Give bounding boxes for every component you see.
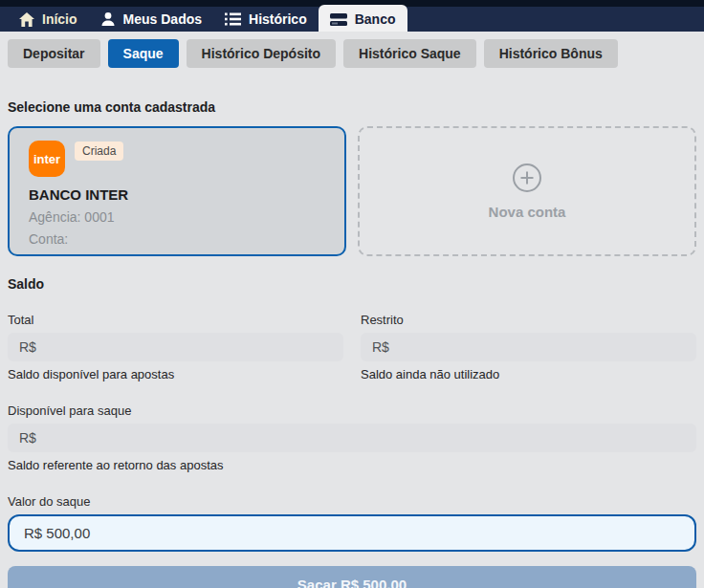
nav-item-meus-dados[interactable]: Meus Dados [89,7,213,32]
bank-name: BANCO INTER [29,186,325,203]
balance-fields-row: Total Saldo disponível para apostas Rest… [8,313,696,381]
tab-historico-saque[interactable]: Histórico Saque [343,39,476,68]
tab-saque[interactable]: Saque [108,39,179,68]
withdraw-amount-input[interactable] [8,514,696,552]
tab-depositar[interactable]: Depositar [8,39,100,68]
total-field-group: Total Saldo disponível para apostas [8,313,343,381]
total-helper: Saldo disponível para apostas [8,367,343,381]
nav-item-inicio[interactable]: Início [8,7,89,32]
available-field-group: Disponível para saque Saldo referente ao… [8,403,696,472]
available-helper: Saldo referente ao retorno das apostas [8,458,696,472]
nav-label: Meus Dados [123,11,202,27]
restricted-helper: Saldo ainda não utilizado [361,367,696,381]
new-account-card[interactable]: Nova conta [358,126,696,256]
accounts-heading: Selecione uma conta cadastrada [8,99,696,115]
saque-panel: Selecione uma conta cadastrada inter Cri… [0,99,704,588]
bank-agency: Agência: 0001 [29,209,325,225]
nav-item-historico[interactable]: Histórico [213,7,319,32]
nav-label: Histórico [249,11,307,27]
inter-bank-logo: inter [29,141,65,177]
home-icon [19,12,34,27]
total-label: Total [8,313,343,327]
tab-historico-bonus[interactable]: Histórico Bônus [484,39,618,68]
tab-historico-deposito[interactable]: Histórico Depósito [187,39,336,68]
nav-label: Início [42,11,77,27]
balance-heading: Saldo [8,276,696,292]
credit-card-icon [330,13,347,26]
available-input[interactable] [8,424,696,452]
account-cards-row: inter Criada BANCO INTER Agência: 0001 C… [8,126,696,256]
main-navbar: Início Meus Dados Histórico Banco [0,7,704,32]
nav-label: Banco [355,11,396,27]
bank-account-card-selected[interactable]: inter Criada BANCO INTER Agência: 0001 C… [8,126,346,256]
nav-item-banco[interactable]: Banco [319,5,407,32]
total-input[interactable] [8,333,343,361]
new-account-label: Nova conta [489,204,566,220]
user-icon [100,11,116,27]
bank-card-top: inter Criada [29,141,325,177]
withdraw-amount-label: Valor do saque [8,494,696,509]
available-label: Disponível para saque [8,403,696,418]
restricted-input[interactable] [361,333,696,361]
bank-account-number: Conta: [29,231,325,247]
restricted-label: Restrito [361,313,696,327]
bank-tabs-row: Depositar Saque Histórico Depósito Histó… [8,39,696,68]
withdraw-submit-button[interactable]: Sacar R$ 500,00 [8,566,696,588]
list-icon [225,12,241,26]
status-badge: Criada [75,142,123,161]
restricted-field-group: Restrito Saldo ainda não utilizado [361,313,696,381]
plus-circle-icon [512,163,542,196]
